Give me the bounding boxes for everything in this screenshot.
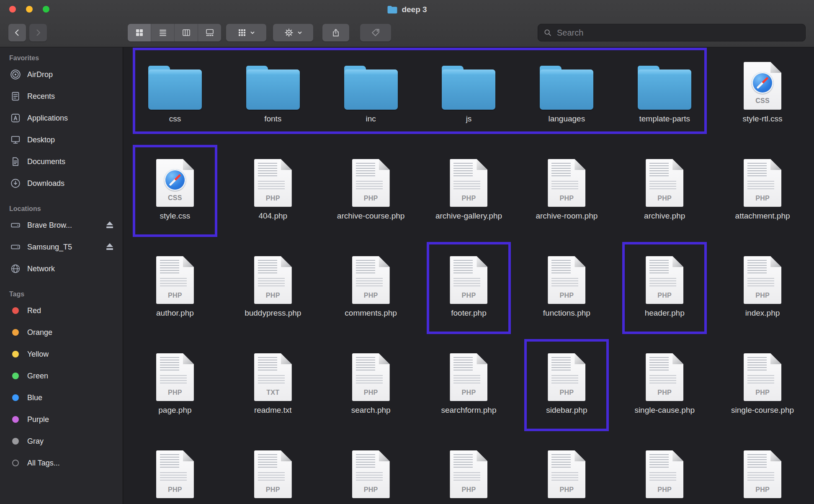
sidebar-tag-all-tags[interactable]: All Tags... — [0, 452, 123, 474]
code-preview-lines — [453, 375, 480, 384]
file-attachment-php[interactable]: PHPattachment.php — [714, 144, 811, 241]
sidebar-item-downloads[interactable]: Downloads — [0, 172, 123, 194]
grid-view-icon — [135, 28, 144, 37]
search-field — [538, 24, 806, 41]
page-fold — [770, 450, 781, 461]
file-header-php[interactable]: PHPheader.php — [616, 241, 714, 338]
file-item[interactable]: PHP — [616, 435, 714, 504]
file-functions-php[interactable]: PHPfunctions.php — [518, 241, 616, 338]
file-item[interactable]: PHP — [224, 435, 322, 504]
sidebar-item-recents[interactable]: Recents — [0, 85, 123, 107]
file-index-php[interactable]: PHPindex.php — [714, 241, 811, 338]
php-file-icon: PHP — [352, 450, 390, 498]
folder-css[interactable]: css — [126, 47, 224, 144]
file-archive-room-php[interactable]: PHParchive-room.php — [518, 144, 616, 241]
php-file-icon: PHP — [450, 450, 487, 498]
code-preview-lines — [453, 260, 473, 275]
sidebar-item-desktop[interactable]: Desktop — [0, 129, 123, 151]
sidebar-item-label: Brave Brow... — [27, 221, 72, 230]
file-label: sidebar.php — [546, 405, 587, 415]
folder-fonts[interactable]: fonts — [224, 47, 322, 144]
forward-button[interactable] — [29, 24, 47, 41]
file-archive-course-php[interactable]: PHParchive-course.php — [322, 144, 420, 241]
tag-dot-icon — [12, 351, 19, 357]
page-fold — [183, 450, 194, 461]
sidebar-tag-yellow[interactable]: Yellow — [0, 343, 123, 365]
window-title: deep 3 — [402, 5, 427, 14]
sidebar-item-brave-brow[interactable]: Brave Brow... — [0, 214, 123, 236]
file-searchform-php[interactable]: PHPsearchform.php — [420, 338, 518, 435]
group-by-button[interactable] — [226, 24, 266, 41]
actions-button[interactable] — [273, 24, 313, 41]
file-footer-php[interactable]: PHPfooter.php — [420, 241, 518, 338]
search-input[interactable] — [556, 28, 800, 38]
file-item[interactable]: PHP — [420, 435, 518, 504]
sidebar-item-airdrop[interactable]: AirDrop — [0, 64, 123, 85]
sidebar-tag-blue[interactable]: Blue — [0, 387, 123, 409]
file-style-css[interactable]: CSSstyle.css — [126, 144, 224, 241]
file-page-php[interactable]: PHPpage.php — [126, 338, 224, 435]
sidebar-tag-purple[interactable]: Purple — [0, 409, 123, 430]
sidebar-tag-green[interactable]: Green — [0, 365, 123, 387]
sidebar-item-network[interactable]: Network — [0, 258, 123, 280]
file-item[interactable]: PHP — [714, 435, 811, 504]
php-file-icon: PHP — [156, 450, 194, 498]
tag-dot-icon — [12, 373, 19, 379]
view-list-button[interactable] — [151, 24, 174, 41]
view-icons-button[interactable] — [128, 24, 151, 41]
tag-color-icon — [9, 304, 22, 317]
sidebar-tag-gray[interactable]: Gray — [0, 430, 123, 452]
file-label: 404.php — [258, 211, 287, 221]
file-type-badge: PHP — [744, 486, 781, 494]
page-fold — [770, 353, 781, 364]
page-fold — [477, 450, 487, 461]
sidebar-tag-orange[interactable]: Orange — [0, 321, 123, 343]
file-archive-php[interactable]: PHParchive.php — [616, 144, 714, 241]
folder-template-parts[interactable]: template-parts — [616, 47, 714, 144]
back-button[interactable] — [8, 24, 26, 41]
eject-icon[interactable] — [105, 221, 114, 229]
file-archive-gallery-php[interactable]: PHParchive-gallery.php — [420, 144, 518, 241]
sidebar-item-documents[interactable]: Documents — [0, 151, 123, 172]
titlebar: deep 3 — [0, 0, 814, 19]
code-preview-lines — [649, 472, 676, 481]
code-preview-lines — [649, 260, 669, 275]
folder-js[interactable]: js — [420, 47, 518, 144]
applications-icon — [9, 112, 22, 124]
view-columns-button[interactable] — [175, 24, 198, 41]
share-button[interactable] — [322, 24, 349, 41]
file-single-cause-php[interactable]: PHPsingle-cause.php — [616, 338, 714, 435]
sidebar-item-samsung-t5[interactable]: Samsung_T5 — [0, 236, 123, 258]
sidebar-tag-red[interactable]: Red — [0, 300, 123, 321]
file-item[interactable]: PHP — [322, 435, 420, 504]
eject-icon[interactable] — [105, 243, 114, 251]
file-readme-txt[interactable]: TXTreadme.txt — [224, 338, 322, 435]
view-gallery-button[interactable] — [198, 24, 221, 41]
gallery-view-icon — [205, 28, 214, 37]
file-buddypress-php[interactable]: PHPbuddypress.php — [224, 241, 322, 338]
folder-inc[interactable]: inc — [322, 47, 420, 144]
file-item[interactable]: PHP — [518, 435, 616, 504]
php-file-icon: PHP — [646, 353, 683, 401]
folder-icon — [442, 69, 495, 110]
file-item[interactable]: PHP — [126, 435, 224, 504]
file-comments-php[interactable]: PHPcomments.php — [322, 241, 420, 338]
code-preview-lines — [356, 163, 375, 178]
php-file-icon: PHP — [450, 159, 487, 207]
php-file-icon: PHP — [254, 256, 292, 304]
file-single-course-php[interactable]: PHPsingle-course.php — [714, 338, 811, 435]
sidebar-item-applications[interactable]: Applications — [0, 107, 123, 129]
file-sidebar-php[interactable]: PHPsidebar.php — [518, 338, 616, 435]
tags-button[interactable] — [360, 24, 391, 41]
file-type-badge: PHP — [156, 292, 194, 299]
file-type-badge: CSS — [744, 97, 781, 105]
page-fold — [770, 159, 781, 170]
file-search-php[interactable]: PHPsearch.php — [322, 338, 420, 435]
folder-languages[interactable]: languages — [518, 47, 616, 144]
page-fold — [183, 159, 194, 170]
page-fold — [379, 353, 390, 364]
code-preview-lines — [160, 278, 187, 287]
file-style-rtl-css[interactable]: CSSstyle-rtl.css — [714, 47, 811, 144]
file-404-php[interactable]: PHP404.php — [224, 144, 322, 241]
file-author-php[interactable]: PHPauthor.php — [126, 241, 224, 338]
